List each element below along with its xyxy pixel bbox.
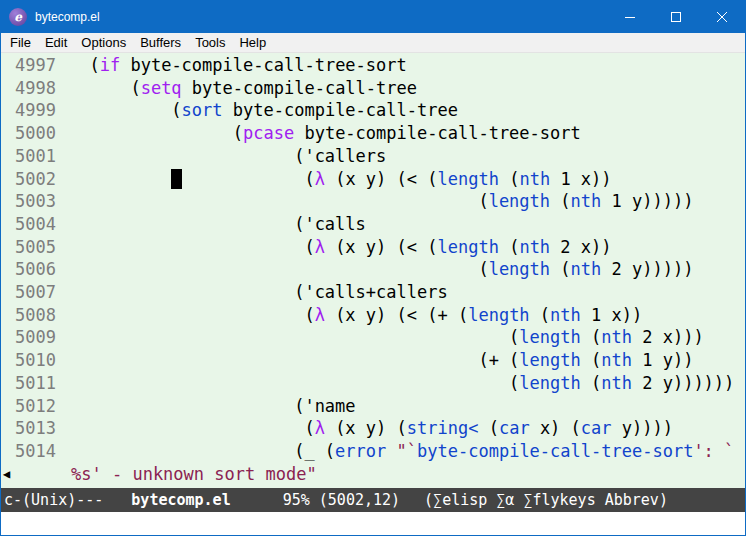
menu-item-edit[interactable]: Edit	[38, 35, 74, 50]
echo-area[interactable]	[1, 512, 745, 535]
code-token: if	[100, 55, 120, 75]
code-line[interactable]: 4997 (if byte-compile-call-tree-sort	[1, 54, 745, 77]
line-number: 5011	[1, 372, 56, 395]
line-number: 5004	[1, 213, 56, 236]
line-number: 5003	[1, 190, 56, 213]
menu-item-options[interactable]: Options	[74, 35, 133, 50]
title-bar[interactable]: e bytecomp.el	[1, 1, 745, 33]
code-token: nth	[571, 191, 602, 211]
code-line[interactable]: 5012 ('name	[1, 395, 745, 418]
code-token: nth	[601, 373, 632, 393]
code-token: 2 x)))	[632, 327, 704, 347]
code-token: string<	[407, 418, 479, 438]
maximize-button[interactable]	[653, 1, 699, 33]
code-token	[386, 441, 396, 461]
code-text: (pcase byte-compile-call-tree-sort	[69, 122, 581, 145]
code-token: (+ (	[69, 350, 519, 370]
code-text: ('name	[69, 395, 356, 418]
code-line[interactable]: 5011 (length (nth 2 y))))))	[1, 372, 745, 395]
code-token: nth	[571, 259, 602, 279]
code-line[interactable]: 4998 (setq byte-compile-call-tree	[1, 77, 745, 100]
line-number: 5001	[1, 145, 56, 168]
line-number: 5002	[1, 168, 56, 191]
code-line[interactable]: 5015 byte-compile-call-tree-sort))))))	[1, 485, 745, 488]
line-number: 5009	[1, 326, 56, 349]
code-token: 1 y))	[632, 350, 693, 370]
code-token: (	[69, 191, 489, 211]
code-token: byte-compile-call-tree-sort))))))	[69, 486, 734, 488]
code-token: 1 x))	[550, 169, 611, 189]
code-token	[69, 169, 171, 189]
line-number: 5008	[1, 304, 56, 327]
text-cursor	[171, 169, 181, 189]
code-token: byte-compile-call-tree-sort	[294, 123, 581, 143]
code-token: (_ (	[69, 441, 335, 461]
line-number: 5015	[1, 485, 56, 488]
menu-item-help[interactable]: Help	[232, 35, 273, 50]
code-token: (x y) (< (	[325, 237, 438, 257]
window-title: bytecomp.el	[35, 10, 100, 24]
code-token: ': `	[693, 441, 734, 461]
close-button[interactable]	[699, 1, 745, 33]
code-token: (	[581, 327, 601, 347]
code-line[interactable]: 5014 (_ (error "`byte-compile-call-tree-…	[1, 440, 745, 463]
code-token: nth	[519, 169, 550, 189]
code-line[interactable]: 5010 (+ (length (nth 1 y))	[1, 349, 745, 372]
line-number: 4997	[1, 54, 56, 77]
code-token: x) (	[530, 418, 581, 438]
code-token: sort	[182, 100, 223, 120]
code-token: nth	[550, 305, 581, 325]
code-line[interactable]: 5005 (λ (x y) (< (length (nth 2 x))	[1, 236, 745, 259]
code-token: (	[550, 259, 570, 279]
code-token: length	[489, 191, 550, 211]
code-text: (λ (x y) (< (+ (length (nth 1 x))	[69, 304, 642, 327]
code-token: 2 y))))))	[632, 373, 734, 393]
code-line[interactable]: ◀%s' - unknown sort mode"	[1, 463, 745, 486]
code-line[interactable]: 5006 (length (nth 2 y)))))	[1, 258, 745, 281]
window-controls	[607, 1, 745, 33]
code-line[interactable]: 5002 (λ (x y) (< (length (nth 1 x))	[1, 168, 745, 191]
code-token: length	[489, 259, 550, 279]
code-area[interactable]: 4997 (if byte-compile-call-tree-sort4998…	[1, 53, 745, 488]
menu-item-file[interactable]: File	[3, 35, 38, 50]
emacs-icon: e	[9, 8, 27, 26]
minimize-button[interactable]	[607, 1, 653, 33]
code-token: pcase	[243, 123, 294, 143]
modeline-position: 95% (5002,12)	[283, 491, 400, 509]
code-line[interactable]: 5000 (pcase byte-compile-call-tree-sort	[1, 122, 745, 145]
code-line[interactable]: 5003 (length (nth 1 y)))))	[1, 190, 745, 213]
code-line[interactable]: 4999 (sort byte-compile-call-tree	[1, 99, 745, 122]
code-token: λ	[315, 237, 325, 257]
code-line[interactable]: 5007 ('calls+callers	[1, 281, 745, 304]
continuation-arrow-icon: ◀	[1, 463, 58, 486]
code-token: (x y) (< (	[325, 169, 438, 189]
code-token: (	[69, 418, 315, 438]
code-line[interactable]: 5008 (λ (x y) (< (+ (length (nth 1 x))	[1, 304, 745, 327]
code-token: byte-compile-call-tree	[182, 78, 417, 98]
code-line[interactable]: 5004 ('calls	[1, 213, 745, 236]
code-token: byte-compile-call-tree	[223, 100, 458, 120]
code-line[interactable]: 5001 ('callers	[1, 145, 745, 168]
code-token: length	[519, 373, 580, 393]
code-token: (	[69, 123, 243, 143]
code-token: length	[519, 350, 580, 370]
minimize-icon	[625, 8, 635, 26]
mode-line[interactable]: c-(Unix)--- bytecomp.el 95% (5002,12) (∑…	[1, 488, 745, 512]
code-text: (λ (x y) (< (length (nth 1 x))	[69, 168, 612, 191]
menu-item-tools[interactable]: Tools	[188, 35, 232, 50]
code-token: (	[182, 169, 315, 189]
code-token: 2 x))	[550, 237, 611, 257]
code-line[interactable]: 5013 (λ (x y) (string< (car x) (car y)))…	[1, 417, 745, 440]
code-token: (	[499, 237, 519, 257]
menu-item-buffers[interactable]: Buffers	[133, 35, 188, 50]
code-token: %s' - unknown sort mode"	[71, 464, 317, 484]
line-number: 5010	[1, 349, 56, 372]
code-line[interactable]: 5009 (length (nth 2 x)))	[1, 326, 745, 349]
code-token: (	[581, 373, 601, 393]
code-text: (λ (x y) (string< (car x) (car y))))	[69, 417, 673, 440]
line-number: 4998	[1, 77, 56, 100]
code-token: ('calls	[69, 214, 366, 234]
code-token: (	[69, 55, 100, 75]
modeline-modes: (∑elisp ∑α ∑flykeys Abbrev)	[424, 491, 668, 509]
line-number: 5000	[1, 122, 56, 145]
